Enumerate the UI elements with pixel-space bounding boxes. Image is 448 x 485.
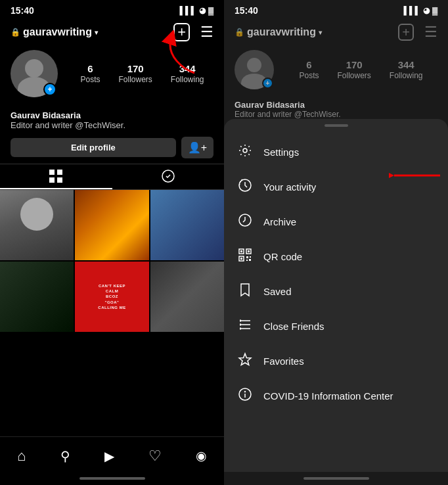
close-friends-label: Close Friends <box>263 321 325 332</box>
svg-rect-19 <box>246 260 248 261</box>
photo-cell-1[interactable] <box>0 190 74 260</box>
svg-rect-12 <box>240 250 242 252</box>
qr-label: QR code <box>263 251 302 262</box>
avatar-plus-button[interactable]: + <box>43 83 56 96</box>
activity-label: Your activity <box>263 181 316 193</box>
tab-bar-left <box>0 164 224 190</box>
photo-cell-6[interactable] <box>150 262 224 332</box>
svg-rect-17 <box>246 256 248 258</box>
photo-grid: CAN'T KEEPCALMBCOZ"GOA"CALLING ME <box>0 190 224 436</box>
followers-count-right: 170 <box>346 59 363 70</box>
followers-label-right: Followers <box>337 71 370 80</box>
nav-actions-right: + ☰ <box>398 24 437 41</box>
menu-item-saved[interactable]: Saved <box>224 274 448 309</box>
red-arrow-top <box>158 30 198 79</box>
stat-posts-left[interactable]: 6 Posts <box>80 63 100 84</box>
search-icon[interactable]: ⚲ <box>60 448 70 464</box>
battery-icon-right: ▓ <box>432 7 437 14</box>
menu-item-qr[interactable]: QR code <box>224 239 448 274</box>
activity-icon <box>237 178 253 196</box>
stats-row-right: 6 Posts 170 Followers 344 Following <box>284 59 437 80</box>
wifi-icon-right: ◕ <box>423 6 430 15</box>
svg-rect-20 <box>249 259 251 261</box>
home-indicator-left <box>0 472 224 485</box>
chevron-down-icon-right: ▾ <box>319 29 322 36</box>
status-icons-right: ▌▌▌ ◕ ▓ <box>403 6 437 15</box>
heart-icon[interactable]: ♡ <box>148 448 162 465</box>
photo-cell-2[interactable] <box>75 190 148 260</box>
bio-text-left: Editor and writer @TechWiser. <box>11 120 213 130</box>
right-panel: 15:40 ▌▌▌ ◕ ▓ 🔒 gauravwriting ▾ + ☰ + 6 <box>224 0 448 485</box>
stat-following-right: 344 Following <box>390 59 423 80</box>
edit-profile-button[interactable]: Edit profile <box>11 138 176 157</box>
svg-rect-18 <box>250 256 251 258</box>
home-indicator-right <box>224 472 448 485</box>
followers-count-left: 170 <box>127 63 144 74</box>
posts-count-right: 6 <box>306 59 311 70</box>
time-left: 15:40 <box>11 5 34 16</box>
avatar-wrapper-left: + <box>11 50 58 97</box>
signal-icon-right: ▌▌▌ <box>403 6 420 15</box>
reels-icon[interactable]: ▶ <box>104 448 114 464</box>
posts-label-right: Posts <box>299 71 319 80</box>
top-nav-right: 🔒 gauravwriting ▾ + ☰ <box>224 18 448 47</box>
right-profile-row: + 6 Posts 170 Followers 344 Following <box>235 50 437 89</box>
status-bar-left: 15:40 ▌▌▌ ◕ ▓ <box>0 0 224 18</box>
chevron-down-icon-left: ▾ <box>95 29 98 36</box>
photo-cell-4[interactable] <box>0 262 74 332</box>
stat-followers-right: 170 Followers <box>337 59 370 80</box>
svg-point-6 <box>243 149 247 152</box>
profile-section-right: + 6 Posts 170 Followers 344 Following <box>224 47 448 96</box>
status-icons-left: ▌▌▌ ◕ ▓ <box>179 6 213 15</box>
star-icon <box>237 352 253 370</box>
status-bar-right: 15:40 ▌▌▌ ◕ ▓ <box>224 0 448 18</box>
battery-icon-left: ▓ <box>208 7 213 14</box>
red-arrow-settings <box>389 166 441 188</box>
settings-label: Settings <box>263 147 299 158</box>
profile-icon[interactable]: ◉ <box>196 448 207 463</box>
photo-cell-3[interactable] <box>150 190 224 260</box>
svg-rect-1 <box>49 170 55 175</box>
signal-icon-left: ▌▌▌ <box>179 6 196 15</box>
right-avatar-plus: + <box>262 78 273 89</box>
svg-rect-14 <box>248 250 250 252</box>
bookmark-icon <box>237 283 253 300</box>
menu-button[interactable]: ☰ <box>200 24 213 41</box>
photo-cell-5[interactable]: CAN'T KEEPCALMBCOZ"GOA"CALLING ME <box>75 262 148 332</box>
nav-username-right[interactable]: 🔒 gauravwriting ▾ <box>235 26 322 38</box>
bio-name-right: Gaurav Bidasaria <box>235 100 437 110</box>
edit-profile-row: Edit profile 👤+ <box>0 130 224 164</box>
bio-section-right: Gaurav Bidasaria Editor and writer @Tech… <box>224 96 448 119</box>
menu-button-right[interactable]: ☰ <box>424 24 437 41</box>
svg-rect-3 <box>49 177 55 183</box>
tab-tagged[interactable] <box>112 164 225 189</box>
following-count-right: 344 <box>398 59 414 70</box>
gear-icon <box>237 143 253 161</box>
lock-icon-right: 🔒 <box>235 28 244 37</box>
menu-item-archive[interactable]: Archive <box>224 204 448 239</box>
tab-grid[interactable] <box>0 164 112 189</box>
menu-item-close-friends[interactable]: Close Friends <box>224 309 448 344</box>
add-post-button-right[interactable]: + <box>398 24 414 41</box>
nav-username-left[interactable]: 🔒 gauravwriting ▾ <box>11 26 98 38</box>
bottom-nav-left: ⌂ ⚲ ▶ ♡ ◉ <box>0 436 224 472</box>
time-right: 15:40 <box>235 5 258 16</box>
add-person-button[interactable]: 👤+ <box>181 137 213 158</box>
close-friends-icon <box>237 317 253 335</box>
svg-rect-2 <box>57 170 62 175</box>
menu-item-covid[interactable]: COVID-19 Information Center <box>224 379 448 413</box>
stat-posts-right: 6 Posts <box>299 59 319 80</box>
right-avatar-wrapper: + <box>235 50 274 89</box>
archive-icon <box>237 213 253 231</box>
posts-label-left: Posts <box>80 75 100 84</box>
bio-name-left: Gaurav Bidasaria <box>11 110 213 120</box>
saved-label: Saved <box>263 286 292 297</box>
archive-label: Archive <box>263 216 296 227</box>
posts-count-left: 6 <box>87 63 93 74</box>
menu-item-favorites[interactable]: Favorites <box>224 344 448 379</box>
menu-item-settings[interactable]: Settings <box>224 135 448 170</box>
home-icon[interactable]: ⌂ <box>17 448 26 465</box>
stat-followers-left[interactable]: 170 Followers <box>118 63 152 84</box>
svg-rect-16 <box>240 258 242 260</box>
wifi-icon-left: ◕ <box>199 6 206 15</box>
